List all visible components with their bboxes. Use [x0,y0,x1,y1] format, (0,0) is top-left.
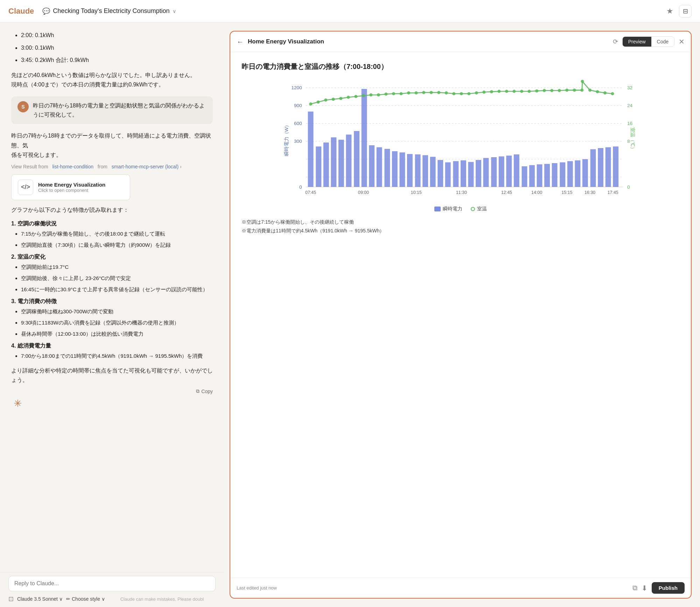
reply-input[interactable] [8,576,216,591]
list-item: 16:45に一時的に30.9°Cまで上昇する異常値を記録（センサーの誤読の可能性… [21,285,213,294]
svg-rect-32 [407,154,413,187]
svg-rect-20 [316,146,321,187]
svg-text:09:00: 09:00 [358,190,369,195]
svg-point-80 [460,92,463,95]
svg-point-87 [512,90,516,93]
svg-text:10:15: 10:15 [411,190,421,195]
svg-rect-22 [331,137,336,187]
copy-area: ⧉ Copy [11,388,213,394]
view-result-from: from [98,164,107,169]
svg-point-63 [332,98,335,101]
svg-text:14:00: 14:00 [531,190,542,195]
publish-button[interactable]: Publish [652,582,685,594]
assistant-response: 昨日の7時から18時までのデータを取得して、時間経過による電力消費、空調状態、気… [11,131,213,160]
analysis-sections: 1. 空調の稼働状況 7:15から空調が稼働を開始し、その後18:00まで継続し… [11,220,213,360]
svg-text:32: 32 [627,85,632,90]
svg-point-69 [377,93,380,97]
arrow-icon: › [180,164,182,169]
tab-preview[interactable]: Preview [623,37,651,47]
svg-text:16: 16 [627,121,632,126]
svg-point-76 [430,91,433,94]
star-icon[interactable]: ★ [666,7,673,16]
section-3: 3. 電力消費の特徴 空調稼働時は概ね300-700Wの間で変動 9:30頃に1… [11,298,213,338]
legend-power-label: 瞬時電力 [443,206,462,212]
section-2: 2. 室温の変化 空調開始前は19.7°C 空調開始後、徐々に上昇し 23-26… [11,253,213,294]
chart-legend: 瞬時電力 室温 [241,206,680,212]
copy-button[interactable]: ⧉ Copy [196,388,213,394]
svg-rect-23 [338,140,344,187]
assistant-area: 昨日の7時から18時までのデータを取得して、時間経過による電力消費、空調状態、気… [11,131,213,394]
settings-button[interactable]: ⊟ [679,5,692,18]
svg-point-84 [490,90,493,93]
copy-icon: ⧉ [196,388,200,394]
svg-point-70 [384,92,387,96]
svg-rect-50 [544,164,550,187]
svg-point-92 [550,89,553,92]
list-item: 空調稼働時は概ね300-700Wの間で変動 [21,307,213,316]
svg-rect-19 [308,112,314,187]
chart-svg: 1200 900 600 300 0 瞬時電力（W） 32 24 16 8 0 [241,80,680,199]
svg-rect-56 [590,149,596,187]
expand-button[interactable]: ⊡ [8,595,14,603]
svg-point-96 [580,89,583,92]
svg-text:900: 900 [294,103,302,108]
section-1-title: 1. 空調の稼働状況 [11,220,213,228]
bullet-list: 2:00: 0.1kWh 3:00: 0.1kWh 3:45: 0.2kWh 合… [11,31,213,65]
svg-text:300: 300 [294,139,302,144]
preview-tabs: Preview Code [622,36,674,47]
right-panel: ← Home Energy Visualization ⟳ Preview Co… [224,22,700,607]
svg-text:24: 24 [627,103,633,108]
svg-rect-29 [384,149,390,187]
component-info: Home Energy Visualization Click to open … [38,182,105,193]
close-button[interactable]: ✕ [679,37,685,46]
legend-temp-color [471,207,475,211]
download-button[interactable]: ⬇ [642,584,648,592]
chevron-icon: ∨ [59,596,63,602]
svg-text:1200: 1200 [291,85,302,90]
svg-point-89 [528,90,531,93]
list-item: 昼休み時間帯（12:00-13:00）は比較的低い消費電力 [21,330,213,338]
svg-rect-30 [392,151,398,187]
chat-icon: 💬 [42,7,50,15]
svg-point-91 [543,89,546,92]
main-layout: 2:00: 0.1kWh 3:00: 0.1kWh 3:45: 0.2kWh 合… [0,22,700,607]
svg-point-78 [445,91,448,95]
svg-point-72 [399,92,402,95]
svg-text:12:45: 12:45 [501,190,512,195]
view-result-link[interactable]: View Result from list-home-condition fro… [11,164,213,169]
server-link[interactable]: smart-home-mcp-server (local) [112,164,178,169]
svg-text:11:30: 11:30 [456,190,467,195]
list-item: 空調開始直後（7:30頃）に最も高い瞬時電力（約900W）を記録 [21,241,213,249]
list-item: 空調開始後、徐々に上昇し 23-26°Cの間で安定 [21,274,213,282]
chevron-icon: ∨ [102,596,105,602]
preview-notes: ※空調は7:15から稼働開始し、その後継続して稼働 ※電力消費量は11時間で約4… [241,218,680,235]
svg-rect-49 [537,164,542,187]
back-button[interactable]: ← [237,38,244,46]
refresh-button[interactable]: ⟳ [613,38,618,46]
preview-content: 昨日の電力消費量と室温の推移（7:00-18:00） 1200 [230,52,691,578]
svg-point-99 [596,90,599,93]
svg-point-62 [324,98,327,102]
section-2-title: 2. 室温の変化 [11,253,213,261]
svg-rect-59 [613,146,618,187]
list-home-link[interactable]: list-home-condition [52,164,93,169]
list-item: 7:15から空調が稼働を開始し、その後18:00まで継続して運転 [21,230,213,238]
svg-rect-42 [483,158,489,187]
list-item: 3:00: 0.1kWh [21,43,213,53]
chart-title: 昨日の電力消費量と室温の推移（7:00-18:00） [241,62,680,71]
style-selector[interactable]: ✏ Choose style ∨ [66,596,105,602]
chat-scroll: 2:00: 0.1kWh 3:00: 0.1kWh 3:45: 0.2kWh 合… [0,22,224,572]
code-component-block[interactable]: </> Home Energy Visualization Click to o… [11,174,130,200]
list-item: 7:00から18:00までの11時間で約4.5kWh（9191.0kWh → 9… [21,352,213,360]
tab-code[interactable]: Code [651,37,674,47]
svg-rect-24 [346,134,351,187]
chevron-down-icon: ∨ [173,8,176,14]
svg-rect-33 [415,154,421,187]
settings-icon: ⊟ [683,7,688,15]
svg-rect-48 [529,165,535,187]
svg-point-60 [309,103,312,106]
svg-point-86 [505,90,508,93]
model-selector[interactable]: Claude 3.5 Sonnet ∨ [17,596,63,602]
svg-rect-51 [552,163,558,187]
open-external-button[interactable]: ⧉ [632,584,637,592]
